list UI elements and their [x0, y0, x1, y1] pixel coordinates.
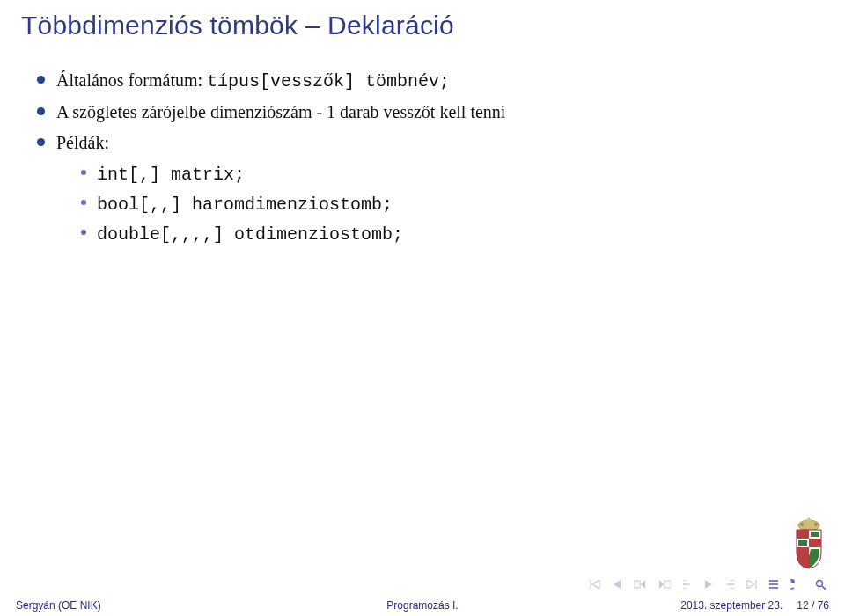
svg-rect-7	[634, 581, 640, 588]
code-text: típus[vesszők] tömbnév;	[207, 71, 450, 92]
bullet-text: Általános formátum:	[56, 70, 207, 90]
footer-date: 2013. szeptember 23.	[680, 599, 783, 612]
sub-bullet-item: double[,,,,] otdimenziostomb;	[81, 220, 824, 248]
nav-prev-icon[interactable]	[613, 580, 621, 589]
bullet-item: A szögletes zárójelbe dimenziószám - 1 d…	[37, 99, 824, 126]
slide-content: Általános formátum: típus[vesszők] tömbn…	[0, 46, 845, 248]
svg-rect-6	[798, 540, 807, 546]
svg-point-9	[817, 581, 823, 587]
svg-rect-4	[809, 539, 821, 547]
nav-back-icon[interactable]	[790, 579, 803, 590]
footer-page: 12 / 76	[797, 599, 829, 612]
nav-first-icon[interactable]	[590, 580, 600, 589]
nav-prev-slide-icon[interactable]	[634, 580, 646, 589]
nav-menu-icon[interactable]	[769, 580, 778, 589]
bullet-list: Általános formátum: típus[vesszők] tömbn…	[37, 67, 824, 248]
footer: Sergyán (OE NIK) Programozás I. 2013. sz…	[0, 595, 845, 616]
nav-controls	[590, 579, 826, 590]
nav-next-icon[interactable]	[704, 580, 713, 589]
bullet-item: Példák: int[,] matrix; bool[,,] haromdim…	[37, 129, 824, 248]
nav-last-icon[interactable]	[746, 580, 757, 589]
bullet-text: Példák:	[56, 133, 109, 152]
slide-title: Többdimenziós tömbök – Deklaráció	[0, 0, 845, 46]
code-text: int[,] matrix;	[97, 165, 245, 185]
svg-rect-5	[811, 532, 819, 537]
svg-point-2	[814, 523, 818, 526]
crest-logo	[789, 517, 829, 570]
bullet-text: A szögletes zárójelbe dimenziószám - 1 d…	[56, 102, 505, 121]
footer-author: Sergyán (OE NIK)	[0, 595, 282, 616]
sub-bullet-list: int[,] matrix; bool[,,] haromdimenziosto…	[81, 160, 824, 248]
code-text: double[,,,,] otdimenziostomb;	[97, 224, 403, 245]
footer-title: Programozás I.	[282, 595, 563, 616]
nav-search-icon[interactable]	[815, 579, 826, 590]
code-text: bool[,,] haromdimenziostomb;	[97, 194, 393, 215]
svg-rect-3	[797, 530, 809, 539]
sub-bullet-item: bool[,,] haromdimenziostomb;	[81, 190, 824, 218]
nav-next-slide-icon[interactable]	[658, 580, 671, 589]
bullet-item: Általános formátum: típus[vesszők] tömbn…	[37, 67, 824, 95]
nav-section-prev-icon[interactable]	[683, 580, 692, 589]
svg-line-10	[822, 586, 826, 590]
nav-section-next-icon[interactable]	[725, 580, 734, 589]
svg-rect-8	[665, 581, 671, 588]
slide: Többdimenziós tömbök – Deklaráció Általá…	[0, 0, 845, 616]
svg-point-1	[800, 523, 804, 526]
sub-bullet-item: int[,] matrix;	[81, 160, 824, 188]
